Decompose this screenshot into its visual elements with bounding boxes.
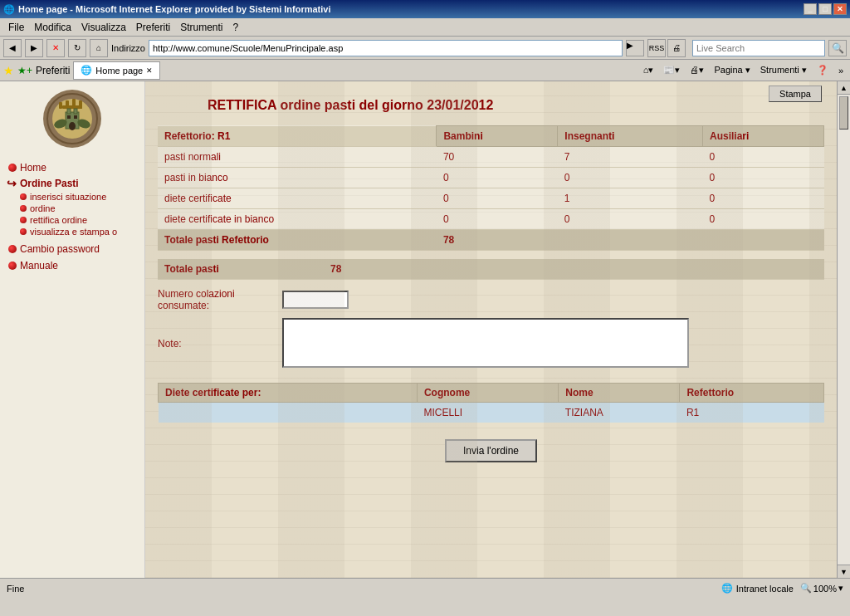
row-diete-bianco-insegnanti: 0 — [558, 208, 703, 229]
help-toolbar-btn[interactable]: ❓ — [813, 64, 832, 76]
page-toolbar-btn[interactable]: Pagina ▾ — [711, 64, 753, 76]
sidebar-logo — [7, 90, 138, 148]
intranet-label: Intranet locale — [736, 584, 794, 594]
row-diete-bianco-label: diete certificate in bianco — [158, 208, 437, 229]
diete-row-spacer — [159, 402, 418, 423]
scroll-up-button[interactable]: ▲ — [838, 81, 850, 95]
tools-toolbar-btn[interactable]: Strumenti ▾ — [757, 64, 810, 76]
main-data-table: Refettorio: R1 Bambini Insegnanti Ausili… — [158, 125, 824, 251]
scroll-thumb[interactable] — [839, 96, 848, 130]
close-button[interactable]: ✕ — [833, 3, 847, 15]
home-button[interactable]: ⌂ — [90, 39, 108, 57]
submit-button[interactable]: Invia l'ordine — [445, 439, 537, 462]
manuale-dot-icon — [8, 262, 17, 270]
favorites-bar: ★ ★+ Preferiti 🌐 Home page ✕ ⌂▾ 📰▾ 🖨▾ Pa… — [0, 60, 850, 81]
row-diete-cert-ausiliari: 0 — [703, 188, 824, 208]
zoom-chevron[interactable]: ▾ — [838, 583, 843, 594]
stampa-button[interactable]: Stampa — [769, 86, 822, 102]
sidebar-sub-nav: inserisci situazione ordine rettifica or… — [20, 192, 138, 237]
print-button[interactable]: 🖨 — [667, 39, 686, 57]
svg-rect-4 — [66, 100, 69, 109]
tab-close-button[interactable]: ✕ — [146, 66, 153, 75]
col-bambini: Bambini — [437, 126, 558, 147]
feeds-toolbar-btn[interactable]: 📰▾ — [660, 64, 683, 76]
back-button[interactable]: ◀ — [3, 39, 22, 57]
title-bar: 🌐 Home page - Microsoft Internet Explore… — [0, 0, 850, 18]
page-title: RETTIFICA ordine pasti del giorno 23/01/… — [208, 98, 824, 113]
scroll-track[interactable] — [838, 95, 850, 565]
stop-button[interactable]: ✕ — [46, 39, 65, 57]
sub-inserisci-label: inserisci situazione — [30, 192, 106, 202]
colazioni-row: Numero colazioni consumate: — [158, 288, 824, 311]
svg-point-10 — [69, 122, 76, 130]
intranet-zone: 🌐 Intranet locale — [721, 583, 794, 594]
sidebar-item-cambio-password[interactable]: Cambio password — [7, 242, 138, 257]
home-toolbar-btn[interactable]: ⌂▾ — [640, 64, 657, 76]
menu-visualizza[interactable]: Visualizza — [76, 20, 131, 35]
submit-section: Invia l'ordine — [158, 439, 824, 462]
refettorio-label: Refettorio: R1 — [158, 126, 437, 147]
sidebar-item-rettifica[interactable]: rettifica ordine — [20, 215, 138, 225]
totale-refettorio-row: Totale pasti Refettorio 78 — [158, 229, 824, 250]
table-row: diete certificate 0 1 0 — [158, 188, 824, 208]
svg-rect-12 — [74, 115, 77, 119]
row-pasti-bianco-ausiliari: 0 — [703, 167, 824, 188]
address-input[interactable] — [149, 40, 623, 56]
svg-rect-3 — [59, 102, 62, 109]
zoom-section[interactable]: 🔍 100% ▾ — [800, 583, 843, 594]
main-content: Stampa RETTIFICA ordine pasti del giorno… — [145, 81, 837, 578]
active-cursor-icon: ↪ — [7, 177, 17, 190]
menu-modifica[interactable]: Modifica — [29, 20, 76, 35]
row-pasti-normali-label: pasti normali — [158, 146, 437, 167]
sidebar-manuale-label: Manuale — [20, 260, 58, 271]
home-tab-icon: 🌐 — [81, 65, 92, 76]
col-ausiliari: Ausiliari — [703, 126, 824, 147]
table-row: diete certificate in bianco 0 0 0 — [158, 208, 824, 229]
sidebar-ordine-label: Ordine Pasti — [20, 178, 79, 189]
sub-dot-3 — [20, 217, 27, 223]
diete-col-nome: Nome — [559, 383, 680, 402]
sidebar-item-home[interactable]: Home — [7, 160, 138, 175]
svg-rect-5 — [72, 99, 76, 109]
sidebar-item-visualizza[interactable]: visualizza e stampa o — [20, 227, 138, 237]
forward-button[interactable]: ▶ — [25, 39, 43, 57]
totale-pasti-value: 78 — [324, 259, 424, 280]
browser-icon: 🌐 — [3, 4, 15, 15]
totale-refettorio-col3 — [703, 229, 824, 250]
go-button[interactable]: ▶ — [626, 40, 644, 56]
menu-strumenti[interactable]: Strumenti — [175, 20, 227, 35]
sidebar-nav: Home ↪ Ordine Pasti inserisci situazione — [7, 160, 138, 273]
maximize-button[interactable]: □ — [818, 3, 832, 15]
favorites-label[interactable]: Preferiti — [36, 65, 70, 76]
scroll-down-button[interactable]: ▼ — [838, 565, 850, 578]
row-diete-cert-bambini: 0 — [437, 188, 558, 208]
scrollbar[interactable]: ▲ ▼ — [837, 81, 850, 578]
home-tab[interactable]: 🌐 Home page ✕ — [73, 61, 160, 80]
sidebar-item-ordine-pasti[interactable]: ↪ Ordine Pasti inserisci situazione ordi… — [7, 177, 138, 237]
minimize-button[interactable]: _ — [804, 3, 817, 15]
sidebar: Home ↪ Ordine Pasti inserisci situazione — [0, 81, 145, 578]
row-diete-bianco-ausiliari: 0 — [703, 208, 824, 229]
refresh-button[interactable]: ↻ — [68, 39, 86, 57]
diete-section-label: Diete certificate per: — [159, 383, 418, 402]
colazioni-input[interactable] — [282, 291, 349, 309]
sidebar-item-manuale[interactable]: Manuale — [7, 258, 138, 273]
totale-pasti-row: Totale pasti 78 — [158, 259, 824, 280]
note-textarea[interactable] — [282, 318, 689, 368]
row-pasti-normali-ausiliari: 0 — [703, 146, 824, 167]
status-right: 🌐 Intranet locale 🔍 100% ▾ — [721, 583, 843, 594]
rss-button[interactable]: RSS — [647, 39, 666, 57]
favorites-add-icon[interactable]: ★+ — [17, 65, 32, 76]
print-toolbar-btn[interactable]: 🖨▾ — [686, 64, 707, 76]
search-input[interactable] — [692, 40, 825, 56]
menu-file[interactable]: File — [3, 20, 29, 35]
totale-refettorio-label: Totale pasti Refettorio — [158, 229, 437, 250]
logo-svg — [46, 92, 99, 145]
sidebar-item-ordine[interactable]: ordine — [20, 203, 138, 213]
search-button[interactable]: 🔍 — [828, 40, 847, 56]
menu-help[interactable]: ? — [228, 20, 244, 35]
colazioni-label: Numero colazioni consumate: — [158, 288, 274, 311]
sidebar-item-inserisci[interactable]: inserisci situazione — [20, 192, 138, 202]
menu-preferiti[interactable]: Preferiti — [131, 20, 175, 35]
expand-toolbar-btn[interactable]: » — [835, 65, 847, 76]
